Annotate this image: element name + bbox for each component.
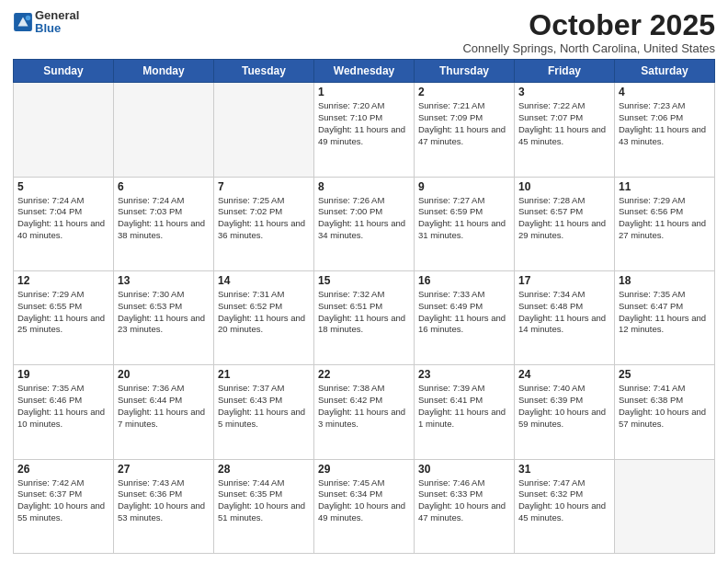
table-row: 1Sunrise: 7:20 AM Sunset: 7:10 PM Daylig… [314,83,415,177]
table-row: 14Sunrise: 7:31 AM Sunset: 6:52 PM Dayli… [214,270,314,364]
day-info: Sunrise: 7:45 AM Sunset: 6:34 PM Dayligh… [318,477,410,524]
day-number: 28 [218,463,310,476]
logo-blue: Blue [35,22,79,35]
day-number: 22 [318,368,410,381]
day-info: Sunrise: 7:35 AM Sunset: 6:46 PM Dayligh… [17,383,109,430]
day-info: Sunrise: 7:44 AM Sunset: 6:35 PM Dayligh… [218,477,310,524]
day-info: Sunrise: 7:40 AM Sunset: 6:39 PM Dayligh… [518,383,610,430]
day-info: Sunrise: 7:33 AM Sunset: 6:49 PM Dayligh… [418,289,510,336]
calendar-week-row: 1Sunrise: 7:20 AM Sunset: 7:10 PM Daylig… [14,83,715,177]
table-row: 7Sunrise: 7:25 AM Sunset: 7:02 PM Daylig… [214,177,314,270]
col-wednesday: Wednesday [314,60,415,83]
day-info: Sunrise: 7:31 AM Sunset: 6:52 PM Dayligh… [218,289,310,336]
svg-point-2 [26,16,31,21]
title-month: October 2025 [462,9,715,41]
logo-text: General Blue [35,9,79,36]
day-info: Sunrise: 7:28 AM Sunset: 6:57 PM Dayligh… [518,195,610,242]
day-number: 2 [418,86,510,98]
day-info: Sunrise: 7:42 AM Sunset: 6:37 PM Dayligh… [17,477,109,524]
logo-general: General [35,9,79,22]
day-number: 29 [318,463,410,476]
day-number: 9 [418,180,510,193]
day-number: 4 [619,86,711,98]
day-info: Sunrise: 7:20 AM Sunset: 7:10 PM Dayligh… [318,100,410,147]
day-number: 21 [218,368,310,381]
table-row: 26Sunrise: 7:42 AM Sunset: 6:37 PM Dayli… [14,459,114,553]
calendar-week-row: 12Sunrise: 7:29 AM Sunset: 6:55 PM Dayli… [14,270,715,364]
day-number: 1 [318,86,410,98]
day-number: 6 [118,180,210,193]
table-row: 13Sunrise: 7:30 AM Sunset: 6:53 PM Dayli… [114,270,214,364]
table-row: 6Sunrise: 7:24 AM Sunset: 7:03 PM Daylig… [114,177,214,270]
day-number: 5 [17,180,109,193]
day-number: 10 [518,180,610,193]
day-number: 14 [218,274,310,287]
calendar-week-row: 5Sunrise: 7:24 AM Sunset: 7:04 PM Daylig… [14,177,715,270]
day-number: 20 [118,368,210,381]
col-saturday: Saturday [615,60,715,83]
day-info: Sunrise: 7:26 AM Sunset: 7:00 PM Dayligh… [318,195,410,242]
table-row: 12Sunrise: 7:29 AM Sunset: 6:55 PM Dayli… [14,270,114,364]
day-number: 27 [118,463,210,476]
day-number: 12 [17,274,109,287]
table-row: 24Sunrise: 7:40 AM Sunset: 6:39 PM Dayli… [515,365,615,459]
table-row: 10Sunrise: 7:28 AM Sunset: 6:57 PM Dayli… [515,177,615,270]
day-number: 7 [218,180,310,193]
col-monday: Monday [114,60,214,83]
table-row: 5Sunrise: 7:24 AM Sunset: 7:04 PM Daylig… [14,177,114,270]
day-info: Sunrise: 7:25 AM Sunset: 7:02 PM Dayligh… [218,195,310,242]
day-info: Sunrise: 7:29 AM Sunset: 6:55 PM Dayligh… [17,289,109,336]
day-number: 13 [118,274,210,287]
table-row: 19Sunrise: 7:35 AM Sunset: 6:46 PM Dayli… [14,365,114,459]
day-number: 8 [318,180,410,193]
day-info: Sunrise: 7:32 AM Sunset: 6:51 PM Dayligh… [318,289,410,336]
day-info: Sunrise: 7:24 AM Sunset: 7:03 PM Dayligh… [118,195,210,242]
logo-icon [13,12,33,32]
day-info: Sunrise: 7:39 AM Sunset: 6:41 PM Dayligh… [418,383,510,430]
day-number: 26 [17,463,109,476]
col-thursday: Thursday [415,60,515,83]
table-row: 17Sunrise: 7:34 AM Sunset: 6:48 PM Dayli… [515,270,615,364]
table-row [14,83,114,177]
day-info: Sunrise: 7:30 AM Sunset: 6:53 PM Dayligh… [118,289,210,336]
day-info: Sunrise: 7:46 AM Sunset: 6:33 PM Dayligh… [418,477,510,524]
day-info: Sunrise: 7:34 AM Sunset: 6:48 PM Dayligh… [518,289,610,336]
table-row: 31Sunrise: 7:47 AM Sunset: 6:32 PM Dayli… [515,459,615,553]
table-row: 8Sunrise: 7:26 AM Sunset: 7:00 PM Daylig… [314,177,415,270]
day-info: Sunrise: 7:37 AM Sunset: 6:43 PM Dayligh… [218,383,310,430]
day-number: 16 [418,274,510,287]
table-row: 2Sunrise: 7:21 AM Sunset: 7:09 PM Daylig… [415,83,515,177]
day-info: Sunrise: 7:24 AM Sunset: 7:04 PM Dayligh… [17,195,109,242]
table-row: 16Sunrise: 7:33 AM Sunset: 6:49 PM Dayli… [415,270,515,364]
day-info: Sunrise: 7:41 AM Sunset: 6:38 PM Dayligh… [619,383,711,430]
day-number: 11 [619,180,711,193]
page: General Blue October 2025 Connelly Sprin… [0,0,728,563]
table-row [114,83,214,177]
calendar-week-row: 19Sunrise: 7:35 AM Sunset: 6:46 PM Dayli… [14,365,715,459]
day-info: Sunrise: 7:36 AM Sunset: 6:44 PM Dayligh… [118,383,210,430]
table-row: 9Sunrise: 7:27 AM Sunset: 6:59 PM Daylig… [415,177,515,270]
table-row: 29Sunrise: 7:45 AM Sunset: 6:34 PM Dayli… [314,459,415,553]
table-row: 27Sunrise: 7:43 AM Sunset: 6:36 PM Dayli… [114,459,214,553]
title-block: October 2025 Connelly Springs, North Car… [462,9,715,55]
day-info: Sunrise: 7:35 AM Sunset: 6:47 PM Dayligh… [619,289,711,336]
table-row [615,459,715,553]
table-row: 11Sunrise: 7:29 AM Sunset: 6:56 PM Dayli… [615,177,715,270]
col-friday: Friday [515,60,615,83]
day-number: 19 [17,368,109,381]
day-number: 3 [518,86,610,98]
day-info: Sunrise: 7:23 AM Sunset: 7:06 PM Dayligh… [619,100,711,147]
day-number: 25 [619,368,711,381]
table-row: 23Sunrise: 7:39 AM Sunset: 6:41 PM Dayli… [415,365,515,459]
day-number: 17 [518,274,610,287]
col-tuesday: Tuesday [214,60,314,83]
day-number: 24 [518,368,610,381]
day-info: Sunrise: 7:29 AM Sunset: 6:56 PM Dayligh… [619,195,711,242]
calendar-header-row: Sunday Monday Tuesday Wednesday Thursday… [14,60,715,83]
logo: General Blue [13,9,79,36]
day-info: Sunrise: 7:27 AM Sunset: 6:59 PM Dayligh… [418,195,510,242]
day-number: 23 [418,368,510,381]
header: General Blue October 2025 Connelly Sprin… [13,9,715,55]
title-location: Connelly Springs, North Carolina, United… [462,41,715,55]
table-row: 28Sunrise: 7:44 AM Sunset: 6:35 PM Dayli… [214,459,314,553]
